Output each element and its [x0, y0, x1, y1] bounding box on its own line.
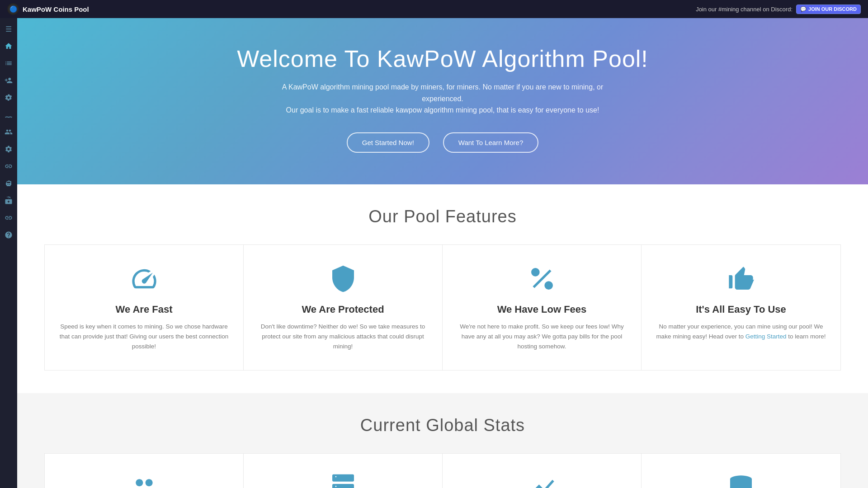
fees-icon	[456, 263, 627, 295]
waves-icon	[5, 111, 13, 119]
settings-icon	[5, 94, 13, 102]
link-icon	[5, 214, 13, 222]
home-icon	[5, 42, 13, 50]
svg-point-1	[532, 269, 538, 275]
main-content: Welcome To KawPoW Algorithm Pool! A KawP…	[17, 18, 868, 488]
sidebar-item-robot[interactable]	[1, 176, 16, 191]
easy-title: It's All Easy To Use	[655, 304, 827, 315]
sidebar-item-waves[interactable]	[1, 108, 16, 122]
list-icon	[5, 59, 13, 67]
hero-desc-line1: A KawPoW algorithm mining pool made by m…	[282, 83, 604, 103]
feature-card-easy: It's All Easy To Use No matter your expe…	[642, 245, 840, 370]
discord-text: Join our #mining channel on Discord:	[696, 6, 793, 13]
stat-servers-icon	[257, 472, 429, 488]
stat-card-chart	[443, 454, 642, 488]
learn-more-button[interactable]: Want To Learn More?	[443, 132, 538, 153]
sidebar-item-add-user[interactable]	[1, 73, 16, 88]
add-user-icon	[5, 76, 13, 84]
feature-card-fast: We Are Fast Speed is key when it comes t…	[45, 245, 244, 370]
stats-section: Current Global Stats	[17, 393, 868, 488]
hero-desc-line2: Our goal is to make a fast reliable kawp…	[286, 106, 599, 114]
users-icon	[5, 128, 13, 136]
sidebar-item-home[interactable]	[1, 39, 16, 53]
protected-title: We Are Protected	[257, 304, 429, 315]
build-icon	[5, 145, 13, 153]
easy-desc: No matter your experience, you can mine …	[655, 322, 827, 342]
sidebar-item-menu[interactable]: ☰	[1, 22, 16, 36]
feature-card-fees: We Have Low Fees We're not here to make …	[443, 245, 642, 370]
discord-badge[interactable]: 💬 JOIN OUR DISCORD	[796, 5, 861, 14]
getting-started-link[interactable]: Getting Started	[745, 333, 787, 340]
box-icon	[5, 197, 13, 205]
easy-icon	[655, 263, 827, 295]
features-title: Our Pool Features	[44, 207, 841, 226]
protected-desc: Don't like downtime? Neither do we! So w…	[257, 322, 429, 352]
fees-title: We Have Low Fees	[456, 304, 627, 315]
fast-icon	[58, 263, 230, 295]
sidebar-item-box[interactable]	[1, 193, 16, 208]
fast-title: We Are Fast	[58, 304, 230, 315]
sidebar-item-list[interactable]	[1, 56, 16, 70]
feature-card-protected: We Are Protected Don't like downtime? Ne…	[244, 245, 443, 370]
discord-icon: 💬	[800, 6, 807, 12]
stat-card-users	[45, 454, 244, 488]
sidebar-item-help[interactable]	[1, 228, 16, 242]
discord-badge-label: JOIN OUR DISCORD	[808, 6, 857, 12]
stat-users-icon	[58, 472, 230, 488]
topbar: 🔵 KawPoW Coins Pool Join our #mining cha…	[0, 0, 868, 18]
help-icon	[5, 231, 13, 239]
hero-title: Welcome To KawPoW Algorithm Pool!	[26, 45, 859, 72]
robot-icon	[5, 179, 13, 188]
hero-buttons: Get Started Now! Want To Learn More?	[26, 132, 859, 153]
stat-card-database	[642, 454, 840, 488]
svg-point-2	[546, 282, 552, 288]
sidebar-item-users[interactable]	[1, 125, 16, 139]
get-started-button[interactable]: Get Started Now!	[347, 132, 429, 153]
sidebar-item-build[interactable]	[1, 142, 16, 156]
sidebar-item-chain[interactable]	[1, 159, 16, 174]
stat-database-icon	[655, 472, 827, 488]
protected-icon	[257, 263, 429, 295]
chain-icon	[5, 162, 13, 170]
stat-card-servers	[244, 454, 443, 488]
features-grid: We Are Fast Speed is key when it comes t…	[44, 244, 841, 371]
menu-icon: ☰	[5, 25, 12, 33]
site-title: KawPoW Coins Pool	[23, 5, 89, 13]
sidebar-item-settings[interactable]	[1, 90, 16, 105]
fast-desc: Speed is key when it comes to mining. So…	[58, 322, 230, 352]
fees-desc: We're not here to make profit. So we kee…	[456, 322, 627, 352]
sidebar-item-link[interactable]	[1, 211, 16, 225]
hero-section: Welcome To KawPoW Algorithm Pool! A KawP…	[17, 18, 868, 184]
features-section: Our Pool Features We Are Fast Speed is k…	[17, 184, 868, 393]
stats-title: Current Global Stats	[44, 416, 841, 435]
stats-grid	[44, 453, 841, 488]
stat-chart-icon	[456, 472, 627, 488]
sidebar: ☰	[0, 18, 17, 488]
logo-icon: 🔵	[7, 3, 19, 15]
site-logo: 🔵 KawPoW Coins Pool	[7, 3, 89, 15]
discord-area: Join our #mining channel on Discord: 💬 J…	[696, 5, 861, 14]
hero-description: A KawPoW algorithm mining pool made by m…	[280, 81, 605, 116]
